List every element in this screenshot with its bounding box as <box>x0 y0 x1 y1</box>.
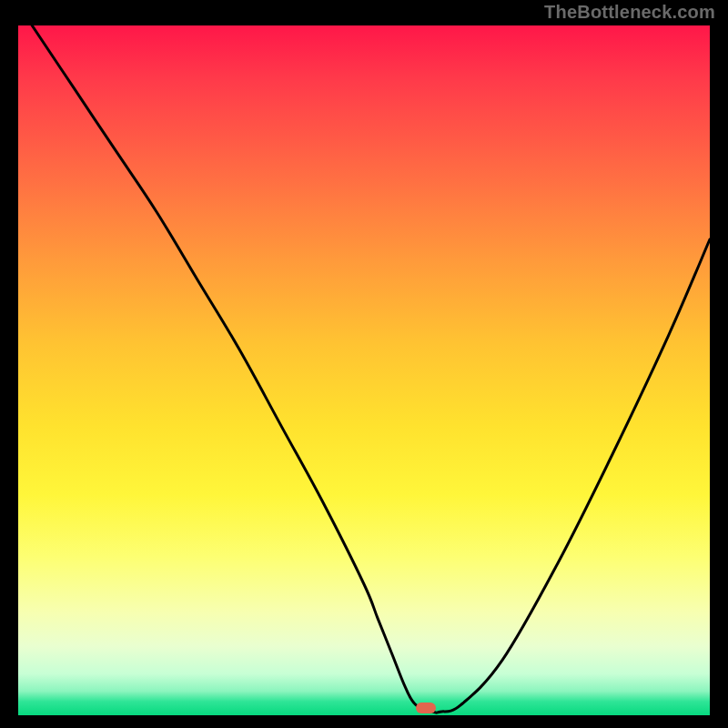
bottleneck-curve <box>18 25 710 715</box>
min-indicator <box>416 703 436 713</box>
plot-area <box>18 25 710 715</box>
curve-path <box>32 25 710 713</box>
attribution-text: TheBottleneck.com <box>544 2 715 23</box>
chart-frame: TheBottleneck.com <box>0 0 728 728</box>
